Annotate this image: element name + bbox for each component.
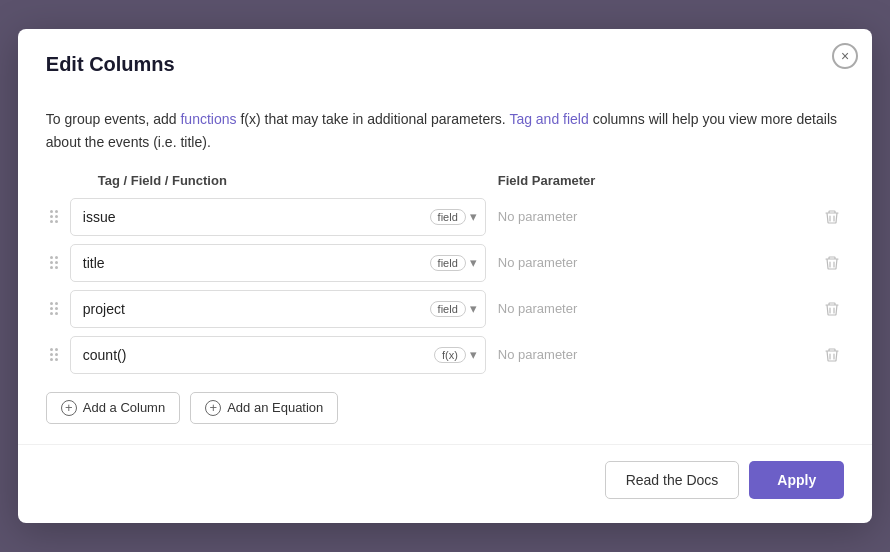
col-header-field-parameter: Field Parameter [486, 173, 844, 198]
add-equation-button[interactable]: + Add an Equation [190, 392, 338, 424]
trash-icon [824, 301, 840, 317]
row-left-title: title field ▾ [46, 244, 486, 282]
field-name-title: title [83, 255, 430, 271]
field-name-count: count() [83, 347, 434, 363]
chevron-down-icon: ▾ [470, 347, 477, 362]
row-left-issue: issue field ▾ [46, 198, 486, 236]
field-input-project[interactable]: project field ▾ [70, 290, 486, 328]
badge-wrap-title[interactable]: field ▾ [430, 255, 477, 271]
plus-circle-icon: + [205, 400, 221, 416]
field-badge-title: field [430, 255, 466, 271]
add-column-label: Add a Column [83, 400, 165, 415]
table-row: project field ▾ No parameter [46, 290, 844, 328]
field-badge-count: f(x) [434, 347, 466, 363]
table-row: title field ▾ No parameter [46, 244, 844, 282]
badge-wrap-issue[interactable]: field ▾ [430, 209, 477, 225]
modal-overlay: Edit Columns × To group events, add func… [0, 0, 890, 552]
plus-circle-icon: + [61, 400, 77, 416]
add-equation-label: Add an Equation [227, 400, 323, 415]
badge-wrap-project[interactable]: field ▾ [430, 301, 477, 317]
tag-and-field-link[interactable]: Tag and field [509, 111, 588, 127]
field-input-count[interactable]: count() f(x) ▾ [70, 336, 486, 374]
modal-title: Edit Columns [46, 53, 844, 76]
row-right-count: No parameter [486, 343, 844, 367]
description-text: To group events, add functions f(x) that… [46, 108, 844, 153]
field-input-title[interactable]: title field ▾ [70, 244, 486, 282]
desc-text-before-link1: To group events, add [46, 111, 181, 127]
trash-icon [824, 209, 840, 225]
read-the-docs-button[interactable]: Read the Docs [605, 461, 740, 499]
badge-wrap-count[interactable]: f(x) ▾ [434, 347, 477, 363]
delete-button-title[interactable] [820, 251, 844, 275]
field-input-issue[interactable]: issue field ▾ [70, 198, 486, 236]
add-buttons-area: + Add a Column + Add an Equation [46, 392, 844, 424]
col-header-tag-field-function: Tag / Field / Function [46, 173, 486, 198]
desc-text-after-link1: f(x) that may take in additional paramet… [237, 111, 510, 127]
table-row: count() f(x) ▾ No parameter [46, 336, 844, 374]
no-param-count: No parameter [498, 347, 577, 362]
apply-button[interactable]: Apply [749, 461, 844, 499]
edit-columns-modal: Edit Columns × To group events, add func… [18, 29, 872, 523]
rows-area: issue field ▾ No parameter [46, 198, 844, 374]
row-right-project: No parameter [486, 297, 844, 321]
drag-handle-issue[interactable] [46, 210, 62, 223]
modal-body: To group events, add functions f(x) that… [18, 92, 872, 444]
add-column-button[interactable]: + Add a Column [46, 392, 180, 424]
no-param-project: No parameter [498, 301, 577, 316]
drag-handle-title[interactable] [46, 256, 62, 269]
field-name-issue: issue [83, 209, 430, 225]
delete-button-count[interactable] [820, 343, 844, 367]
row-left-count: count() f(x) ▾ [46, 336, 486, 374]
row-right-title: No parameter [486, 251, 844, 275]
chevron-down-icon: ▾ [470, 255, 477, 270]
modal-header: Edit Columns × [18, 29, 872, 92]
modal-footer: Read the Docs Apply [18, 444, 872, 523]
field-badge-project: field [430, 301, 466, 317]
trash-icon [824, 347, 840, 363]
no-param-issue: No parameter [498, 209, 577, 224]
column-headers: Tag / Field / Function Field Parameter [46, 173, 844, 198]
close-button[interactable]: × [832, 43, 858, 69]
no-param-title: No parameter [498, 255, 577, 270]
drag-handle-count[interactable] [46, 348, 62, 361]
drag-handle-project[interactable] [46, 302, 62, 315]
trash-icon [824, 255, 840, 271]
chevron-down-icon: ▾ [470, 209, 477, 224]
delete-button-project[interactable] [820, 297, 844, 321]
functions-link[interactable]: functions [180, 111, 236, 127]
delete-button-issue[interactable] [820, 205, 844, 229]
field-name-project: project [83, 301, 430, 317]
row-right-issue: No parameter [486, 205, 844, 229]
field-badge-issue: field [430, 209, 466, 225]
chevron-down-icon: ▾ [470, 301, 477, 316]
table-row: issue field ▾ No parameter [46, 198, 844, 236]
row-left-project: project field ▾ [46, 290, 486, 328]
